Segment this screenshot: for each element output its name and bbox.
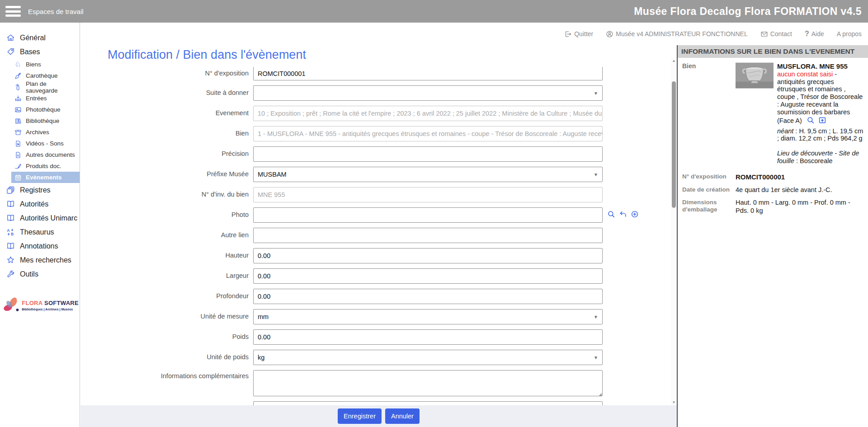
field-row-evenement: Evenement10 ; Exposition ; prêt ; Rome l… bbox=[80, 106, 671, 121]
sidebar-item-mes-recherches[interactable]: Mes recherches bbox=[0, 253, 80, 267]
info-panel-header: INFORMATIONS SUR LE BIEN DANS L'EVENEMEN… bbox=[678, 45, 868, 58]
form-scrollbar[interactable]: ▲ ▼ bbox=[671, 58, 677, 405]
field-row-profondeur: Profondeur0.00 bbox=[80, 289, 671, 304]
field-label: Unité de poids bbox=[80, 354, 253, 361]
save-button[interactable]: Enregistrer bbox=[338, 408, 382, 424]
detail-label: N° d'exposition bbox=[682, 173, 736, 181]
sidebar-item-biblioth-que[interactable]: Bibliothèque bbox=[11, 115, 80, 127]
field-label: Bien bbox=[80, 130, 253, 137]
sidebar-item-produits-doc[interactable]: Produits doc. bbox=[11, 160, 80, 172]
search-icon[interactable] bbox=[607, 210, 615, 220]
sidebar-item-registres[interactable]: Registres bbox=[0, 183, 80, 197]
open-book-icon bbox=[5, 242, 16, 250]
workspace-label[interactable]: Espaces de travail bbox=[28, 8, 84, 15]
sidebar-item-caroth-que[interactable]: Carothèque bbox=[11, 70, 80, 81]
contact-button[interactable]: Contact bbox=[760, 30, 792, 38]
inbox-download-icon bbox=[14, 95, 22, 102]
field-value: kg bbox=[258, 354, 264, 361]
open-book-icon bbox=[5, 214, 16, 222]
scroll-up-icon[interactable]: ▲ bbox=[671, 59, 677, 63]
sidebar-item-thesaurus[interactable]: ABThesaurus bbox=[0, 225, 80, 239]
sidebar-item-autres-documents[interactable]: Autres documents bbox=[11, 149, 80, 160]
n-d-inv-du-bien-input: MNE 955 bbox=[253, 187, 603, 202]
detail-value: ROMCIT000001 bbox=[736, 173, 864, 181]
scrollbar-thumb[interactable] bbox=[672, 81, 676, 208]
search-icon[interactable] bbox=[807, 116, 815, 124]
largeur-input[interactable]: 0.00 bbox=[253, 268, 603, 284]
extinguisher-icon bbox=[14, 84, 22, 91]
sidebar-item-ev-nements[interactable]: Evènements bbox=[11, 172, 80, 183]
open-book-icon bbox=[5, 200, 16, 208]
field-row-unit-de-mesure: Unité de mesuremm▼ bbox=[80, 309, 671, 324]
sidebar-item-archives[interactable]: Archives bbox=[11, 127, 80, 138]
svg-text:B: B bbox=[10, 232, 13, 236]
object-title: MUSFLORA. MNE 955 bbox=[777, 62, 848, 70]
chevron-down-icon: ▼ bbox=[594, 355, 598, 360]
sidebar-item-label: Entrées bbox=[26, 95, 47, 102]
r-gles-de-gestion-input[interactable] bbox=[253, 401, 603, 405]
sidebar-item-entr-es[interactable]: Entrées bbox=[11, 93, 80, 104]
pr-fixe-mus-e-select[interactable]: MUSBAM▼ bbox=[253, 167, 603, 182]
sidebar-item-label: Produits doc. bbox=[26, 163, 61, 169]
field-value: 0.00 bbox=[258, 333, 270, 341]
sidebar-item-bases[interactable]: Bases bbox=[0, 45, 80, 59]
field-row-photo: Photo bbox=[80, 207, 671, 223]
sidebar-item-outils[interactable]: Outils bbox=[0, 267, 80, 281]
books-icon bbox=[14, 117, 22, 125]
quit-button[interactable]: Quitter bbox=[564, 30, 593, 38]
object-thumbnail[interactable] bbox=[736, 62, 774, 165]
field-row-r-gles-de-gestion: Règles de gestion bbox=[80, 401, 671, 405]
poids-input[interactable]: 0.00 bbox=[253, 329, 603, 345]
sidebar-item-label: Bibliothèque bbox=[26, 117, 59, 124]
field-row-informations-compl-mentaires: Informations complémentaires◢ bbox=[80, 370, 671, 396]
field-row-unit-de-poids: Unité de poidskg▼ bbox=[80, 350, 671, 365]
wrench-icon bbox=[5, 270, 16, 278]
profondeur-input[interactable]: 0.00 bbox=[253, 289, 603, 304]
sidebar-item-label: Evènements bbox=[26, 174, 62, 181]
sidebar-item-label: Outils bbox=[20, 270, 38, 278]
scroll-down-icon[interactable]: ▼ bbox=[671, 400, 677, 404]
undo-icon[interactable] bbox=[619, 210, 627, 220]
help-button[interactable]: ? Aide bbox=[805, 30, 824, 38]
suite-donner-select[interactable]: ▼ bbox=[253, 85, 603, 101]
svg-text:A: A bbox=[7, 228, 10, 233]
cancel-button[interactable]: Annuler bbox=[385, 408, 420, 424]
open-record-icon[interactable] bbox=[818, 116, 826, 124]
info-panel-details: N° d'expositionROMCIT000001Date de créat… bbox=[682, 173, 864, 215]
field-label: Largeur bbox=[80, 272, 253, 280]
hamburger-menu-icon[interactable] bbox=[5, 6, 21, 17]
sidebar-item-plan-de-sauvegarde[interactable]: Plan de sauvegarde bbox=[11, 81, 80, 93]
sidebar-item-autorit-s[interactable]: Autorités bbox=[0, 197, 80, 211]
flora-flower-icon bbox=[3, 293, 20, 317]
sidebar-item-autorit-s-unimarc[interactable]: Autorités Unimarc bbox=[0, 211, 80, 225]
add-icon[interactable] bbox=[631, 210, 639, 220]
n-d-exposition-input[interactable]: ROMCIT000001 bbox=[253, 67, 603, 80]
about-button[interactable]: A propos bbox=[837, 30, 862, 38]
sidebar-item-phototh-que[interactable]: Photothèque bbox=[11, 104, 80, 115]
sidebar-item-label: Carothèque bbox=[26, 72, 58, 79]
resize-handle-icon[interactable]: ◢ bbox=[599, 392, 602, 396]
field-value: 0.00 bbox=[258, 272, 270, 280]
pr-cision-input[interactable] bbox=[253, 146, 603, 162]
field-row-poids: Poids0.00 bbox=[80, 329, 671, 345]
hauteur-input[interactable]: 0.00 bbox=[253, 248, 603, 263]
unit-de-mesure-select[interactable]: mm▼ bbox=[253, 309, 603, 324]
autre-lien-input[interactable] bbox=[253, 228, 603, 243]
field-row-largeur: Largeur0.00 bbox=[80, 268, 671, 284]
photo-input[interactable] bbox=[253, 207, 603, 223]
detail-value: 4e quart du 1er siècle avant J.-C. bbox=[736, 186, 864, 194]
user-menu[interactable]: Musée v4 ADMINISTRATEUR FONCTIONNEL bbox=[606, 30, 747, 38]
sidebar-nav: GénéralBases♘BiensCarothèquePlan de sauv… bbox=[0, 23, 80, 281]
sidebar-item-annotations[interactable]: Annotations bbox=[0, 239, 80, 253]
chevron-down-icon: ▼ bbox=[594, 314, 598, 319]
sidebar-item-g-n-ral[interactable]: Général bbox=[0, 31, 80, 45]
sidebar-item-vid-os-sons[interactable]: Vidéos - Sons bbox=[11, 138, 80, 149]
field-label: Poids bbox=[80, 333, 253, 341]
sidebar-item-label: Mes recherches bbox=[20, 256, 71, 264]
field-value: MUSBAM bbox=[258, 171, 287, 178]
sidebar-item-biens[interactable]: ♘Biens bbox=[11, 59, 80, 70]
sidebar-item-label: Autorités bbox=[20, 200, 48, 208]
chevron-down-icon: ▼ bbox=[594, 91, 598, 96]
informations-compl-mentaires-textarea[interactable]: ◢ bbox=[253, 370, 603, 396]
unit-de-poids-select[interactable]: kg▼ bbox=[253, 350, 603, 365]
